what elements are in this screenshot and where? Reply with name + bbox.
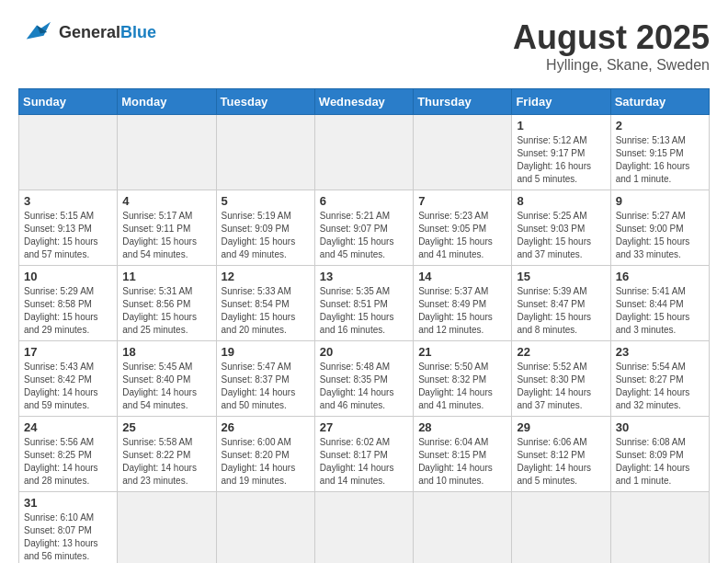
day-number: 6 bbox=[320, 194, 408, 208]
calendar-cell: 7Sunrise: 5:23 AM Sunset: 9:05 PM Daylig… bbox=[414, 190, 512, 266]
day-info: Sunrise: 5:29 AM Sunset: 8:58 PM Dayligh… bbox=[24, 285, 112, 337]
day-number: 11 bbox=[122, 270, 210, 283]
day-info: Sunrise: 6:04 AM Sunset: 8:15 PM Dayligh… bbox=[418, 436, 506, 488]
calendar-cell: 23Sunrise: 5:54 AM Sunset: 8:27 PM Dayli… bbox=[610, 341, 709, 417]
calendar-cell: 24Sunrise: 5:56 AM Sunset: 8:25 PM Dayli… bbox=[19, 417, 118, 492]
day-header-sunday: Sunday bbox=[19, 89, 118, 115]
day-number: 4 bbox=[122, 194, 210, 208]
calendar-cell: 29Sunrise: 6:06 AM Sunset: 8:12 PM Dayli… bbox=[512, 417, 610, 492]
day-number: 24 bbox=[24, 420, 112, 434]
day-number: 29 bbox=[517, 420, 605, 434]
day-info: Sunrise: 5:56 AM Sunset: 8:25 PM Dayligh… bbox=[24, 436, 112, 488]
day-info: Sunrise: 5:12 AM Sunset: 9:17 PM Dayligh… bbox=[517, 134, 605, 186]
calendar-table: SundayMondayTuesdayWednesdayThursdayFrid… bbox=[18, 88, 710, 563]
day-header-tuesday: Tuesday bbox=[216, 89, 314, 115]
day-info: Sunrise: 5:52 AM Sunset: 8:30 PM Dayligh… bbox=[517, 361, 605, 412]
day-number: 1 bbox=[517, 119, 605, 132]
calendar-cell: 1Sunrise: 5:12 AM Sunset: 9:17 PM Daylig… bbox=[512, 115, 610, 190]
day-info: Sunrise: 5:17 AM Sunset: 9:11 PM Dayligh… bbox=[122, 210, 210, 261]
day-number: 28 bbox=[418, 420, 506, 434]
calendar-week-2: 3Sunrise: 5:15 AM Sunset: 9:13 PM Daylig… bbox=[19, 190, 710, 266]
calendar-cell bbox=[216, 115, 314, 190]
day-number: 10 bbox=[24, 270, 112, 283]
day-number: 13 bbox=[320, 270, 408, 283]
calendar-cell bbox=[216, 492, 314, 564]
day-info: Sunrise: 5:48 AM Sunset: 8:35 PM Dayligh… bbox=[320, 361, 408, 412]
day-number: 3 bbox=[24, 194, 112, 208]
calendar-cell: 11Sunrise: 5:31 AM Sunset: 8:56 PM Dayli… bbox=[118, 266, 216, 341]
day-info: Sunrise: 6:08 AM Sunset: 8:09 PM Dayligh… bbox=[616, 436, 704, 488]
day-info: Sunrise: 5:33 AM Sunset: 8:54 PM Dayligh… bbox=[222, 285, 310, 337]
calendar-cell: 3Sunrise: 5:15 AM Sunset: 9:13 PM Daylig… bbox=[19, 190, 118, 266]
calendar-cell bbox=[512, 492, 610, 564]
calendar-week-4: 17Sunrise: 5:43 AM Sunset: 8:42 PM Dayli… bbox=[19, 341, 710, 417]
calendar-cell: 15Sunrise: 5:39 AM Sunset: 8:47 PM Dayli… bbox=[512, 266, 610, 341]
day-header-saturday: Saturday bbox=[610, 89, 709, 115]
title-block: August 2025 Hyllinge, Skane, Sweden bbox=[513, 18, 710, 74]
logo-text: GeneralBlue bbox=[59, 23, 156, 42]
day-info: Sunrise: 5:27 AM Sunset: 9:00 PM Dayligh… bbox=[616, 210, 704, 261]
month-title: August 2025 bbox=[513, 18, 710, 57]
day-info: Sunrise: 5:47 AM Sunset: 8:37 PM Dayligh… bbox=[222, 361, 310, 412]
day-number: 9 bbox=[616, 194, 704, 208]
day-number: 20 bbox=[320, 345, 408, 359]
day-number: 18 bbox=[122, 345, 210, 359]
calendar-cell: 18Sunrise: 5:45 AM Sunset: 8:40 PM Dayli… bbox=[118, 341, 216, 417]
day-number: 15 bbox=[517, 270, 605, 283]
location-title: Hyllinge, Skane, Sweden bbox=[513, 57, 710, 74]
calendar-cell bbox=[414, 492, 512, 564]
calendar-week-3: 10Sunrise: 5:29 AM Sunset: 8:58 PM Dayli… bbox=[19, 266, 710, 341]
calendar-cell: 25Sunrise: 5:58 AM Sunset: 8:22 PM Dayli… bbox=[118, 417, 216, 492]
day-number: 22 bbox=[517, 345, 605, 359]
day-number: 17 bbox=[24, 345, 112, 359]
calendar-week-5: 24Sunrise: 5:56 AM Sunset: 8:25 PM Dayli… bbox=[19, 417, 710, 492]
calendar-cell: 8Sunrise: 5:25 AM Sunset: 9:03 PM Daylig… bbox=[512, 190, 610, 266]
day-info: Sunrise: 5:50 AM Sunset: 8:32 PM Dayligh… bbox=[418, 361, 506, 412]
day-info: Sunrise: 5:37 AM Sunset: 8:49 PM Dayligh… bbox=[418, 285, 506, 337]
svg-marker-0 bbox=[27, 22, 51, 40]
day-info: Sunrise: 5:43 AM Sunset: 8:42 PM Dayligh… bbox=[24, 361, 112, 412]
calendar-cell: 16Sunrise: 5:41 AM Sunset: 8:44 PM Dayli… bbox=[610, 266, 709, 341]
day-info: Sunrise: 5:23 AM Sunset: 9:05 PM Dayligh… bbox=[418, 210, 506, 261]
day-number: 14 bbox=[418, 270, 506, 283]
calendar-cell: 30Sunrise: 6:08 AM Sunset: 8:09 PM Dayli… bbox=[610, 417, 709, 492]
calendar-cell: 28Sunrise: 6:04 AM Sunset: 8:15 PM Dayli… bbox=[414, 417, 512, 492]
calendar-cell: 5Sunrise: 5:19 AM Sunset: 9:09 PM Daylig… bbox=[216, 190, 314, 266]
calendar-cell: 22Sunrise: 5:52 AM Sunset: 8:30 PM Dayli… bbox=[512, 341, 610, 417]
calendar-cell: 19Sunrise: 5:47 AM Sunset: 8:37 PM Dayli… bbox=[216, 341, 314, 417]
calendar-cell: 21Sunrise: 5:50 AM Sunset: 8:32 PM Dayli… bbox=[414, 341, 512, 417]
calendar-cell: 17Sunrise: 5:43 AM Sunset: 8:42 PM Dayli… bbox=[19, 341, 118, 417]
calendar-cell bbox=[118, 115, 216, 190]
day-number: 5 bbox=[222, 194, 310, 208]
logo-icon bbox=[18, 18, 55, 46]
calendar-cell bbox=[118, 492, 216, 564]
day-info: Sunrise: 6:10 AM Sunset: 8:07 PM Dayligh… bbox=[24, 511, 112, 563]
calendar-cell: 4Sunrise: 5:17 AM Sunset: 9:11 PM Daylig… bbox=[118, 190, 216, 266]
calendar-cell: 2Sunrise: 5:13 AM Sunset: 9:15 PM Daylig… bbox=[610, 115, 709, 190]
day-header-wednesday: Wednesday bbox=[314, 89, 413, 115]
calendar-cell: 31Sunrise: 6:10 AM Sunset: 8:07 PM Dayli… bbox=[19, 492, 118, 564]
day-info: Sunrise: 5:31 AM Sunset: 8:56 PM Dayligh… bbox=[122, 285, 210, 337]
day-number: 27 bbox=[320, 420, 408, 434]
day-number: 30 bbox=[616, 420, 704, 434]
day-info: Sunrise: 5:39 AM Sunset: 8:47 PM Dayligh… bbox=[517, 285, 605, 337]
day-number: 26 bbox=[222, 420, 310, 434]
calendar-cell: 13Sunrise: 5:35 AM Sunset: 8:51 PM Dayli… bbox=[314, 266, 413, 341]
calendar-cell: 14Sunrise: 5:37 AM Sunset: 8:49 PM Dayli… bbox=[414, 266, 512, 341]
day-info: Sunrise: 5:45 AM Sunset: 8:40 PM Dayligh… bbox=[122, 361, 210, 412]
day-info: Sunrise: 5:41 AM Sunset: 8:44 PM Dayligh… bbox=[616, 285, 704, 337]
day-info: Sunrise: 5:13 AM Sunset: 9:15 PM Dayligh… bbox=[616, 134, 704, 186]
logo: GeneralBlue bbox=[18, 18, 156, 46]
calendar-cell: 26Sunrise: 6:00 AM Sunset: 8:20 PM Dayli… bbox=[216, 417, 314, 492]
day-info: Sunrise: 5:19 AM Sunset: 9:09 PM Dayligh… bbox=[222, 210, 310, 261]
calendar-cell: 12Sunrise: 5:33 AM Sunset: 8:54 PM Dayli… bbox=[216, 266, 314, 341]
calendar-cell: 20Sunrise: 5:48 AM Sunset: 8:35 PM Dayli… bbox=[314, 341, 413, 417]
calendar-cell bbox=[414, 115, 512, 190]
calendar-header-row: SundayMondayTuesdayWednesdayThursdayFrid… bbox=[19, 89, 710, 115]
day-header-friday: Friday bbox=[512, 89, 610, 115]
page-header: GeneralBlue August 2025 Hyllinge, Skane,… bbox=[18, 18, 710, 74]
day-info: Sunrise: 6:06 AM Sunset: 8:12 PM Dayligh… bbox=[517, 436, 605, 488]
calendar-cell bbox=[314, 115, 413, 190]
calendar-cell bbox=[314, 492, 413, 564]
calendar-week-1: 1Sunrise: 5:12 AM Sunset: 9:17 PM Daylig… bbox=[19, 115, 710, 190]
